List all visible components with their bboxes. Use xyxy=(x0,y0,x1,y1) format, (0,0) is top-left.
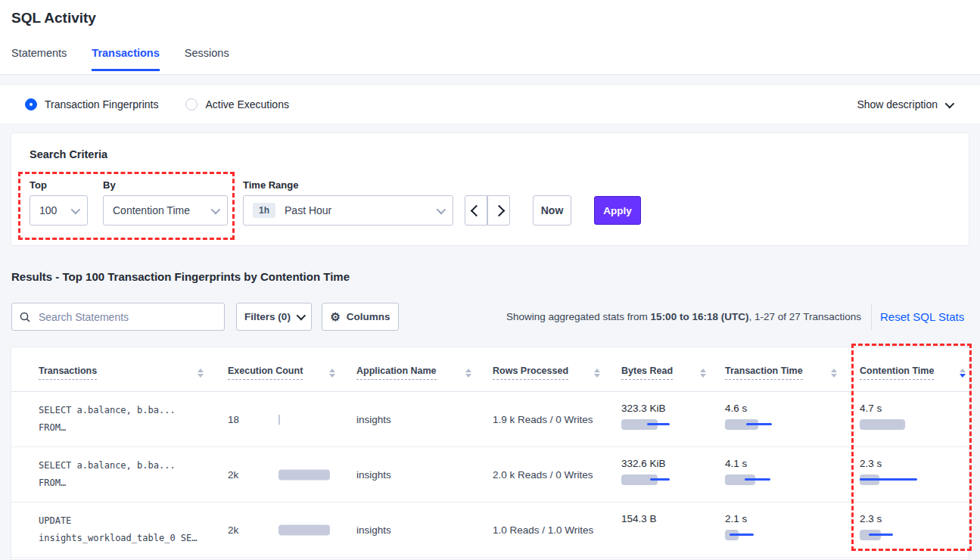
apply-button[interactable]: Apply xyxy=(594,196,641,225)
column-header-application-name[interactable]: Application Name xyxy=(356,366,471,380)
bytes-read-cell: 323.3 KiB xyxy=(621,403,706,430)
transaction-time-cell: 4.1 s xyxy=(725,458,837,485)
sort-icon[interactable] xyxy=(831,369,837,378)
columns-label: Columns xyxy=(347,311,390,322)
time-range-badge: 1h xyxy=(253,203,275,218)
top-select-value: 100 xyxy=(39,204,57,216)
execution-count-bar xyxy=(278,524,335,535)
contention-time-bar xyxy=(860,474,920,485)
bytes-read-value: 323.3 KiB xyxy=(621,403,706,414)
column-label[interactable]: Transactions xyxy=(39,366,97,380)
column-header-transaction-time[interactable]: Transaction Time xyxy=(725,366,837,380)
by-select[interactable]: Contention Time xyxy=(103,195,228,226)
execution-count-cell: 2k xyxy=(228,469,335,481)
table-row[interactable]: UPDATE insights_workload_table_0 SE… 2k … xyxy=(11,502,969,558)
table-header-row: Transactions Execution Count Application… xyxy=(11,347,969,392)
query-line: UPDATE xyxy=(39,512,204,530)
next-range-button[interactable] xyxy=(487,195,510,226)
sort-icon[interactable] xyxy=(594,369,600,378)
tab-statements[interactable]: Statements xyxy=(11,47,67,71)
tab-sessions[interactable]: Sessions xyxy=(185,47,229,71)
column-label[interactable]: Transaction Time xyxy=(725,366,803,380)
column-label[interactable]: Rows Processed xyxy=(493,366,568,380)
top-select[interactable]: 100 xyxy=(30,195,88,226)
query-line: FROM… xyxy=(39,474,204,492)
sort-icon[interactable] xyxy=(329,369,335,378)
column-label[interactable]: Bytes Read xyxy=(621,366,673,380)
radio-active-executions[interactable]: Active Executions xyxy=(185,98,289,110)
sort-icon[interactable] xyxy=(198,369,204,378)
show-description-label: Show description xyxy=(857,98,938,110)
chevron-down-icon xyxy=(945,98,955,108)
radio-label: Active Executions xyxy=(205,98,289,110)
by-select-value: Contention Time xyxy=(113,204,190,216)
sort-icon[interactable] xyxy=(960,369,966,378)
table-row[interactable]: SELECT a.balance, b.ba... FROM… 2k insig… xyxy=(11,447,969,502)
transaction-fingerprint-link[interactable]: UPDATE insights_workload_table_0 SE… xyxy=(39,512,204,547)
rows-processed-value: 2.0 k Reads / 0 Writes xyxy=(493,469,600,481)
transaction-time-value: 4.1 s xyxy=(725,458,837,469)
stats-prefix: Showing aggregated stats from xyxy=(506,311,651,322)
tab-bar: Statements Transactions Sessions xyxy=(11,47,229,71)
stats-time-range: 15:00 to 16:18 (UTC) xyxy=(651,311,749,322)
chevron-down-icon xyxy=(211,204,221,214)
query-line: SELECT a.balance, b.ba... xyxy=(39,402,204,419)
reset-sql-stats-link[interactable]: Reset SQL Stats xyxy=(880,303,964,331)
time-range-pager xyxy=(465,195,510,226)
execution-count-bar xyxy=(278,469,335,480)
transaction-time-bar xyxy=(725,530,786,540)
radio-transaction-fingerprints[interactable]: Transaction Fingerprints xyxy=(25,98,158,110)
execution-count-value: 2k xyxy=(228,524,278,536)
table-row[interactable]: SELECT a.balance, b.ba... FROM… 18 insig… xyxy=(11,392,969,447)
transaction-time-value: 4.6 s xyxy=(725,403,837,414)
execution-count-value: 18 xyxy=(228,414,278,425)
time-range-select[interactable]: 1h Past Hour xyxy=(243,195,453,226)
columns-button[interactable]: ⚙ Columns xyxy=(322,303,399,331)
contention-time-value: 2.3 s xyxy=(860,513,966,524)
now-button[interactable]: Now xyxy=(533,195,571,226)
chevron-right-icon xyxy=(493,204,505,216)
transaction-fingerprint-link[interactable]: SELECT a.balance, b.ba... FROM… xyxy=(39,402,204,437)
execution-count-cell: 2k xyxy=(228,524,335,536)
column-label[interactable]: Application Name xyxy=(356,366,437,380)
tab-transactions[interactable]: Transactions xyxy=(92,47,159,71)
query-line: insights_workload_table_0 SE… xyxy=(39,530,204,547)
bytes-read-bar xyxy=(621,419,682,430)
transaction-fingerprint-link[interactable]: SELECT a.balance, b.ba... FROM… xyxy=(39,457,204,492)
bytes-read-bar xyxy=(621,474,682,485)
previous-range-button[interactable] xyxy=(465,195,487,226)
radio-selected-icon[interactable] xyxy=(25,98,37,110)
column-header-contention-time[interactable]: Contention Time xyxy=(860,366,966,380)
rows-processed-value: 1.0 Reads / 1.0 Writes xyxy=(493,524,600,536)
by-label: By xyxy=(103,179,116,191)
contention-time-bar xyxy=(860,530,920,540)
radio-unselected-icon[interactable] xyxy=(185,98,198,110)
search-statements-input[interactable] xyxy=(37,310,216,324)
query-line: SELECT a.balance, b.ba... xyxy=(39,457,204,474)
filters-label: Filters (0) xyxy=(244,311,291,322)
transactions-table: Transactions Execution Count Application… xyxy=(11,347,969,560)
chevron-down-icon xyxy=(71,204,81,214)
sort-icon[interactable] xyxy=(700,369,706,378)
sort-icon[interactable] xyxy=(465,369,471,378)
bytes-read-value: 154.3 B xyxy=(621,513,706,524)
transaction-time-value: 2.1 s xyxy=(725,513,837,524)
column-label[interactable]: Execution Count xyxy=(228,366,303,380)
search-statements-box[interactable] xyxy=(11,303,225,331)
column-label[interactable]: Contention Time xyxy=(860,366,934,380)
show-description-toggle[interactable]: Show description xyxy=(857,86,952,123)
contention-time-cell: 2.3 s xyxy=(860,458,966,485)
top-label: Top xyxy=(30,179,47,191)
column-header-transactions[interactable]: Transactions xyxy=(39,366,204,380)
search-criteria-title: Search Criteria xyxy=(30,148,107,160)
search-criteria-panel: Search Criteria Top 100 By Contention Ti… xyxy=(11,132,969,246)
filters-button[interactable]: Filters (0) xyxy=(236,303,312,331)
aggregated-stats-text: Showing aggregated stats from 15:00 to 1… xyxy=(506,303,861,331)
column-header-rows-processed[interactable]: Rows Processed xyxy=(493,366,600,380)
transaction-time-cell: 2.1 s xyxy=(725,513,837,540)
results-heading: Results - Top 100 Transaction Fingerprin… xyxy=(11,270,350,283)
stats-suffix: , 1-27 of 27 Transactions xyxy=(748,311,861,322)
column-header-bytes-read[interactable]: Bytes Read xyxy=(621,366,706,380)
column-header-execution-count[interactable]: Execution Count xyxy=(228,366,335,380)
page-title: SQL Activity xyxy=(11,10,96,26)
